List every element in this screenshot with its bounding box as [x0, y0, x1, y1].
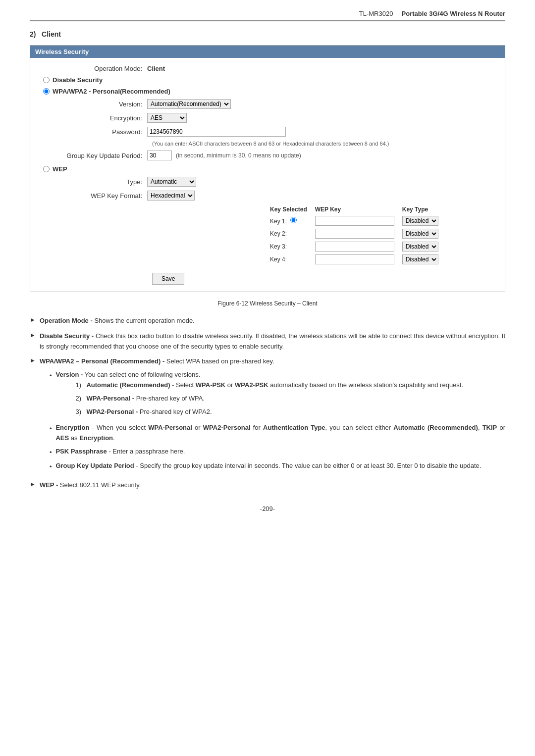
bullet-wpa: ► WPA/WPA2 – Personal (Recommended) - Se… [30, 356, 505, 475]
version-label: Version: [38, 101, 147, 108]
encryption-row: Encryption: AES TKIP Automatic [38, 113, 497, 123]
key4-type-select[interactable]: Disabled 64bit 128bit 152bit [402, 254, 438, 264]
wep-keys-table: Key Selected WEP Key Key Type Key 1: Dis… [266, 204, 442, 266]
item1-text: Automatic (Recommended) - Select WPA-PSK… [86, 380, 463, 391]
wep-key-format-label: WEP Key Format: [38, 192, 147, 200]
sub-encryption-text: Encryption - When you select WPA-Persona… [55, 423, 505, 444]
product-name: Portable 3G/4G Wireless N Router [402, 10, 505, 17]
disable-security-radio[interactable] [43, 77, 50, 83]
key1-label: Key 1: [266, 214, 311, 227]
wep-key-format-select[interactable]: Hexadecimal ASCII [147, 191, 195, 201]
operation-mode-value: Client [147, 65, 165, 72]
item2-text: WPA-Personal - Pre-shared key of WPA. [86, 394, 205, 404]
group-key-row: Group Key Update Period: (in second, min… [38, 151, 497, 160]
dot-icon-1: • [50, 371, 52, 381]
wep-row[interactable]: WEP [38, 165, 497, 173]
version-select[interactable]: Automatic(Recommended) WPA-Personal WPA2… [147, 99, 231, 109]
operation-mode-label: Operation Mode: [38, 65, 147, 72]
operation-mode-row: Operation Mode: Client [38, 65, 497, 72]
dot-icon-2: • [50, 424, 52, 434]
wep-type-row: Type: Automatic Open System Shared Key [38, 177, 497, 187]
item3-text: WPA2-Personal - Pre-shared key of WPA2. [86, 407, 212, 417]
model-name: TL-MR3020 [359, 10, 393, 17]
sub-group-key-text: Group Key Update Period - Specify the gr… [55, 461, 481, 471]
wpa-row[interactable]: WPA/WPA2 - Personal(Recommended) [38, 88, 497, 95]
key4-label: Key 4: [266, 253, 311, 266]
key1-type-select[interactable]: Disabled 64bit 128bit 152bit [402, 216, 438, 226]
arrow-icon-3: ► [30, 357, 36, 364]
sub-psk-text: PSK Passphrase - Enter a passphrase here… [55, 447, 185, 457]
key2-label: Key 2: [266, 227, 311, 240]
wpa-radio[interactable] [43, 88, 50, 95]
wireless-security-panel: Wireless Security Operation Mode: Client… [30, 45, 505, 292]
password-row: Password: [38, 127, 497, 137]
bullet-wpa-text: WPA/WPA2 – Personal (Recommended) - Sele… [40, 356, 505, 475]
dot-icon-3: • [50, 448, 52, 458]
wep-label: WEP [53, 165, 67, 173]
disable-security-label: Disable Security [53, 76, 103, 84]
table-row: Key 2: Disabled 64bit 128bit 152bit [266, 227, 442, 240]
wep-radio[interactable] [43, 166, 50, 172]
num-1: 1) [75, 380, 86, 391]
page-number: -209- [30, 505, 505, 512]
sub-version: • Version - You can select one of follow… [50, 370, 505, 420]
key1-radio[interactable] [290, 217, 297, 223]
group-key-label: Group Key Update Period: [38, 152, 147, 159]
wpa-label: WPA/WPA2 - Personal(Recommended) [53, 88, 170, 95]
sub-group-key: • Group Key Update Period - Specify the … [50, 461, 505, 472]
wep-type-label: Type: [38, 178, 147, 186]
disable-security-row[interactable]: Disable Security [38, 76, 497, 84]
encryption-label: Encryption: [38, 114, 147, 122]
bullet-disable-security-text: Disable Security - Check this box radio … [40, 331, 505, 352]
num-3: 3) [75, 407, 86, 417]
bullet-operation-mode-text: Operation Mode - Shows the current opera… [40, 316, 195, 326]
bullet-operation-mode: ► Operation Mode - Shows the current ope… [30, 316, 505, 326]
sub-psk: • PSK Passphrase - Enter a passphrase he… [50, 447, 505, 458]
key3-label: Key 3: [266, 240, 311, 253]
page-header: TL-MR3020 Portable 3G/4G Wireless N Rout… [30, 10, 505, 21]
table-row: Key 4: Disabled 64bit 128bit 152bit [266, 253, 442, 266]
encryption-select[interactable]: AES TKIP Automatic [147, 113, 187, 123]
sub-version-text: Version - You can select one of followin… [55, 370, 463, 420]
arrow-icon-2: ► [30, 332, 36, 339]
section-title: Client [42, 30, 61, 38]
section-number: 2) [30, 30, 36, 38]
bullet-wep: ► WEP - Select 802.11 WEP security. [30, 480, 505, 491]
wep-key-format-row: WEP Key Format: Hexadecimal ASCII [38, 191, 497, 201]
wep-col-selected: Key Selected [266, 204, 311, 214]
group-key-input[interactable] [147, 151, 172, 160]
group-key-hint: (in second, minimum is 30, 0 means no up… [176, 152, 301, 159]
password-label: Password: [38, 128, 147, 136]
password-hint: (You can enter ASCII characters between … [152, 141, 497, 147]
table-row: Key 3: Disabled 64bit 128bit 152bit [266, 240, 442, 253]
numbered-item-1: 1) Automatic (Recommended) - Select WPA-… [75, 380, 463, 391]
save-row: Save [152, 273, 497, 285]
password-input[interactable] [147, 127, 286, 137]
key3-type-select[interactable]: Disabled 64bit 128bit 152bit [402, 242, 438, 252]
table-row: Key 1: Disabled 64bit 128bit 152bit [266, 214, 442, 227]
num-2: 2) [75, 394, 86, 404]
numbered-item-2: 2) WPA-Personal - Pre-shared key of WPA. [75, 394, 463, 404]
key3-input[interactable] [315, 242, 394, 252]
key1-input[interactable] [315, 216, 394, 226]
numbered-list: 1) Automatic (Recommended) - Select WPA-… [75, 380, 463, 417]
version-row: Version: Automatic(Recommended) WPA-Pers… [38, 99, 497, 109]
wep-type-select[interactable]: Automatic Open System Shared Key [147, 177, 196, 187]
key2-input[interactable] [315, 229, 394, 239]
dot-icon-4: • [50, 462, 52, 472]
bullet-wep-text: WEP - Select 802.11 WEP security. [40, 480, 141, 491]
arrow-icon-1: ► [30, 316, 36, 323]
wep-col-type: Key Type [398, 204, 442, 214]
sub-encryption: • Encryption - When you select WPA-Perso… [50, 423, 505, 444]
bullet-section: ► Operation Mode - Shows the current ope… [30, 316, 505, 490]
key4-input[interactable] [315, 254, 394, 264]
figure-caption: Figure 6-12 Wireless Security – Client [30, 300, 505, 307]
arrow-icon-4: ► [30, 481, 36, 488]
save-button[interactable]: Save [152, 273, 184, 285]
wep-col-key: WEP Key [311, 204, 398, 214]
bullet-disable-security: ► Disable Security - Check this box radi… [30, 331, 505, 352]
numbered-item-3: 3) WPA2-Personal - Pre-shared key of WPA… [75, 407, 463, 417]
key2-type-select[interactable]: Disabled 64bit 128bit 152bit [402, 229, 438, 239]
ws-header-title: Wireless Security [30, 46, 505, 58]
